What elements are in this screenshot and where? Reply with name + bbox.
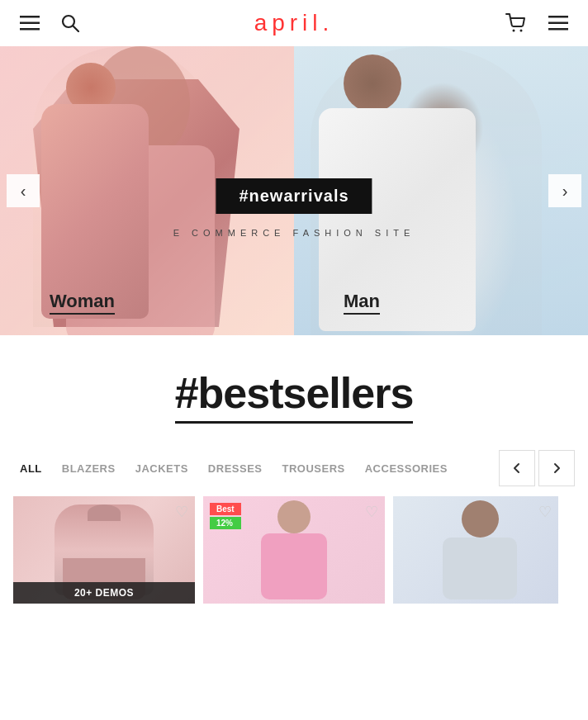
man-label[interactable]: Man [344,291,380,315]
hero-banner: Woman Man #newarrivals E COMMERCE FASHIO… [0,46,588,335]
woman-body [41,104,149,319]
subtitle-text: E COMMERCE FASHION SITE [173,228,415,238]
wishlist-button-3[interactable]: ♡ [538,503,552,521]
man-body [319,108,476,331]
bestsellers-title: #bestsellers [175,368,414,424]
header-left [17,11,83,36]
menu-right-button[interactable] [545,12,571,34]
left-arrow-icon [511,462,523,474]
product-image-woman: Best 12% ♡ [203,496,385,604]
logo-dot: . [323,10,334,36]
search-icon [61,14,79,32]
wishlist-button-2[interactable]: ♡ [365,503,378,521]
product-badge: Best 12% [210,503,241,529]
product-figure [253,500,335,599]
hashtag-overlay: #newarrivals [216,178,372,214]
product-card-man: ♡ [393,496,558,604]
product-head-man [462,500,499,538]
best-badge: Best [210,503,241,515]
product-image-man: ♡ [393,496,558,604]
product-figure-man [434,500,525,599]
hero-next-button[interactable]: › [548,174,581,207]
product-body [261,533,327,599]
logo-text: april [254,10,323,36]
svg-rect-9 [548,28,568,31]
woman-label[interactable]: Woman [50,291,115,315]
menu-right-icon [548,16,568,31]
cart-button[interactable] [502,10,530,36]
hashtag-text: #newarrivals [239,187,349,205]
product-head [277,500,311,533]
product-card-hoodie: ♡ 20+ DEMOS [13,496,195,604]
svg-point-5 [513,30,515,32]
filter-blazers[interactable]: BLAZERS [55,459,122,478]
hero-subtitle: E COMMERCE FASHION SITE [173,228,415,238]
products-next-button[interactable] [538,450,575,486]
svg-rect-2 [20,28,40,31]
filter-jackets[interactable]: JACKETS [129,459,195,478]
filter-dresses[interactable]: DRESSES [202,459,269,478]
filter-all[interactable]: ALL [13,459,49,478]
product-nav [499,450,575,486]
man-head [344,54,401,112]
logo-container: april. [254,10,334,36]
woman-label-container: Woman [50,291,115,312]
product-card-woman: Best 12% ♡ [203,496,385,604]
search-button[interactable] [58,11,83,36]
svg-rect-1 [20,22,40,25]
svg-rect-0 [20,16,40,18]
products-prev-button[interactable] [499,450,535,486]
header: april. [0,0,588,46]
filter-bar: ALL BLAZERS JACKETS DRESSES TROUSERS ACC… [0,440,588,496]
hero-prev-button[interactable]: ‹ [7,174,40,207]
next-arrow: › [562,182,568,201]
demos-badge[interactable]: 20+ DEMOS [13,582,195,604]
hamburger-icon [20,16,40,31]
man-label-container: Man [344,291,380,312]
svg-line-4 [74,26,79,32]
wishlist-button-1[interactable]: ♡ [175,503,188,521]
prev-arrow: ‹ [21,182,26,201]
svg-point-6 [520,30,523,32]
filter-trousers[interactable]: TROUSERS [276,459,352,478]
product-grid: ♡ 20+ DEMOS Best 12% ♡ ♡ [0,496,588,604]
cart-icon [505,13,527,33]
filter-accessories[interactable]: ACCESSORIES [358,459,454,478]
svg-rect-8 [548,22,568,25]
menu-button[interactable] [17,12,43,34]
right-arrow-icon [551,462,562,474]
product-image-hoodie: ♡ 20+ DEMOS [13,496,195,604]
site-logo[interactable]: april. [254,10,334,36]
discount-badge: 12% [210,517,241,529]
product-body-man [443,538,517,599]
header-right [502,10,571,36]
bestsellers-section: #bestsellers [0,335,588,440]
svg-rect-7 [548,16,568,18]
